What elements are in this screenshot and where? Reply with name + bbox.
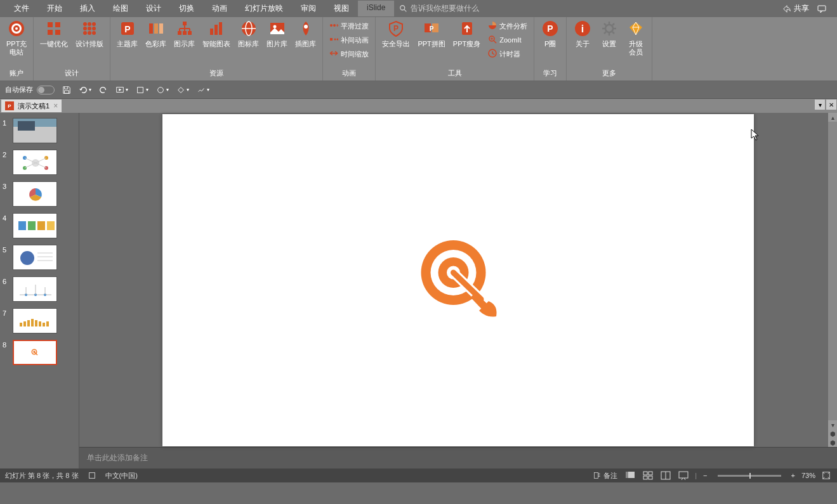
svg-rect-101 [649, 472, 652, 475]
language-button[interactable]: 中文(中国) [105, 471, 138, 481]
scroll-track[interactable] [828, 122, 837, 420]
redo-button[interactable] [99, 86, 108, 94]
design-layout-button[interactable]: 设计排版 [72, 18, 107, 49]
zoom-out-button[interactable]: − [702, 472, 708, 479]
smooth-button[interactable]: 平滑过渡 [329, 21, 369, 31]
theme-lib-button[interactable]: P主题库 [113, 18, 142, 49]
zoom-percentage[interactable]: 73% [801, 472, 815, 479]
slide-thumbnail-1[interactable]: 1 [3, 118, 76, 143]
ppt-station-button[interactable]: PPT充 电站 [3, 18, 30, 58]
zoom-slider[interactable] [718, 475, 781, 477]
tab-close-all-button[interactable]: ✕ [826, 99, 837, 110]
qat-btn-6[interactable]: ▾ [156, 86, 169, 94]
prev-slide-button[interactable]: ⬢ [828, 429, 837, 438]
slide-thumbnail-panel[interactable]: 12345678 [0, 113, 79, 468]
slide-thumbnail-7[interactable]: 7 [3, 308, 76, 333]
normal-view-button[interactable] [624, 471, 636, 480]
time-scale-button[interactable]: 时间缩放 [329, 49, 369, 59]
notes-placeholder: 单击此处添加备注 [87, 453, 148, 463]
svg-text:P: P [393, 24, 399, 33]
document-tabs: P 演示文稿1 × ▾ ✕ [0, 99, 837, 113]
illus-lib-button[interactable]: 插图库 [291, 18, 320, 49]
upgrade-button[interactable]: 升级 会员 [623, 18, 649, 58]
slide-canvas[interactable] [162, 114, 754, 446]
gear-icon [600, 20, 618, 37]
file-analysis-button[interactable]: 文件分析 [488, 21, 527, 31]
reading-view-button[interactable] [659, 471, 672, 480]
menu-设计[interactable]: 设计 [137, 1, 170, 16]
svg-point-15 [88, 27, 91, 30]
slide-thumbnail-3[interactable]: 3 [3, 181, 76, 207]
notes-toggle-button[interactable]: 备注 [592, 471, 619, 481]
vertical-scrollbar[interactable]: ▴ ▾ ⬢ ⬢ [828, 113, 837, 447]
thumbnail-image [13, 276, 57, 302]
about-button[interactable]: i关于 [569, 18, 596, 49]
icon-lib-button[interactable]: 图标库 [234, 18, 263, 49]
undo-button[interactable]: ▾ [79, 86, 91, 94]
zoomit-button[interactable]: ZoomIt [488, 35, 527, 45]
svg-point-18 [88, 31, 91, 35]
save-button[interactable] [62, 86, 71, 94]
slide-thumbnail-5[interactable]: 5 [3, 245, 76, 270]
menu-幻灯片放映[interactable]: 幻灯片放映 [236, 1, 292, 16]
menu-iSlide[interactable]: iSlide [358, 1, 394, 16]
slide-thumbnail-2[interactable]: 2 [3, 150, 76, 175]
svg-text:i: i [581, 23, 584, 34]
menu-绘图[interactable]: 绘图 [104, 1, 137, 16]
grid4-icon [45, 20, 63, 37]
sorter-view-button[interactable] [642, 471, 654, 480]
tween-button[interactable]: 补间动画 [329, 35, 369, 45]
slide-thumbnail-4[interactable]: 4 [3, 213, 76, 238]
color-lib-button[interactable]: 色彩库 [142, 18, 170, 49]
fit-window-button[interactable] [821, 471, 832, 480]
menu-审阅[interactable]: 审阅 [292, 1, 325, 16]
slide-thumbnail-6[interactable]: 6 [3, 276, 76, 302]
qat-btn-8[interactable]: ▾ [197, 86, 209, 94]
comments-icon[interactable] [817, 4, 827, 14]
menu-文件[interactable]: 文件 [5, 1, 38, 16]
settings-button[interactable]: 设置 [596, 18, 623, 49]
menu-动画[interactable]: 动画 [203, 1, 236, 16]
qat-btn-7[interactable]: ▾ [176, 86, 189, 94]
svg-rect-9 [48, 30, 53, 35]
slide-counter[interactable]: 幻灯片 第 8 张，共 8 张 [5, 471, 79, 481]
ppt-slim-button[interactable]: PPT瘦身 [449, 18, 484, 49]
diagram-lib-button[interactable]: 图示库 [170, 18, 199, 49]
group-label: 资源 [113, 67, 320, 79]
from-beginning-button[interactable]: ▾ [115, 86, 128, 94]
slide-thumbnail-8[interactable]: 8 [3, 340, 76, 365]
tell-me-search[interactable]: 告诉我你想要做什么 [399, 3, 479, 14]
ribbon-group-设计: 一键优化设计排版设计 [34, 17, 110, 81]
svg-point-16 [92, 27, 96, 30]
menu-视图[interactable]: 视图 [325, 1, 358, 16]
tab-dropdown-button[interactable]: ▾ [814, 99, 826, 110]
menu-切换[interactable]: 切换 [170, 1, 203, 16]
scroll-up-button[interactable]: ▴ [828, 113, 837, 122]
svg-point-42 [304, 25, 308, 29]
bars-icon [208, 20, 225, 37]
slide-number: 6 [3, 276, 13, 302]
ppt-file-icon: P [5, 101, 14, 110]
smart-chart-button[interactable]: 智能图表 [199, 18, 234, 49]
info-icon: i [574, 20, 591, 37]
menu-插入[interactable]: 插入 [71, 1, 104, 16]
zoom-in-button[interactable]: + [790, 472, 796, 479]
timer-button[interactable]: 计时器 [488, 49, 527, 59]
one-click-button[interactable]: 一键优化 [36, 18, 72, 49]
close-tab-button[interactable]: × [53, 101, 58, 110]
share-button[interactable]: 共享 [782, 3, 809, 14]
pic-lib-button[interactable]: 图片库 [263, 18, 291, 49]
qat-btn-5[interactable]: ▾ [136, 86, 148, 94]
safe-export-button[interactable]: P安全导出 [378, 18, 414, 49]
ppt-merge-button[interactable]: PPPT拼图 [414, 18, 449, 49]
document-tab[interactable]: P 演示文稿1 × [1, 100, 62, 112]
accessibility-icon[interactable] [88, 471, 96, 480]
notes-pane[interactable]: 单击此处添加备注 [79, 447, 837, 468]
slideshow-view-button[interactable] [677, 471, 690, 480]
p-circle-button[interactable]: PP圈 [537, 18, 563, 49]
menu-开始[interactable]: 开始 [38, 1, 71, 16]
scroll-down-button[interactable]: ▾ [828, 420, 837, 429]
svg-rect-10 [55, 30, 60, 35]
autosave-toggle[interactable]: 自动保存 [5, 85, 55, 94]
next-slide-button[interactable]: ⬢ [828, 438, 837, 447]
